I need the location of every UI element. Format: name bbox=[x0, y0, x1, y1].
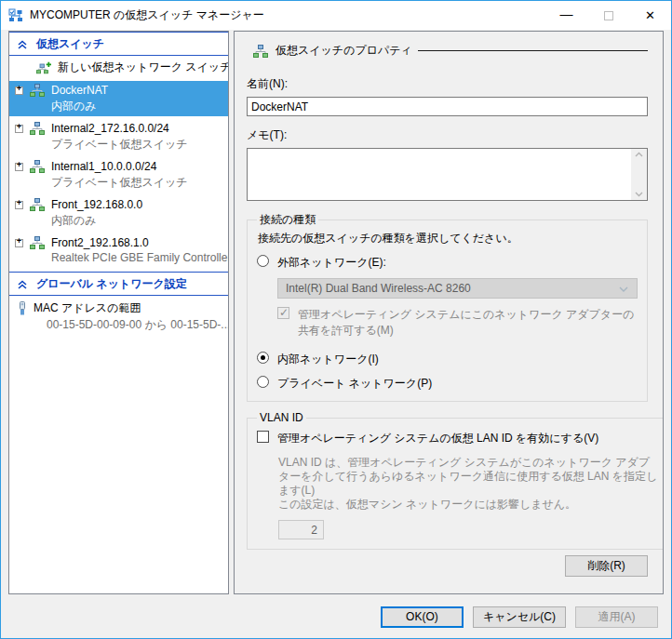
memo-label: メモ(T): bbox=[247, 127, 648, 143]
scroll-up-icon[interactable] bbox=[635, 152, 643, 157]
switch-type: プライベート仮想スイッチ bbox=[51, 176, 188, 189]
section-header-label: グローバル ネットワーク設定 bbox=[36, 276, 187, 292]
minimize-icon: — bbox=[560, 7, 573, 20]
section-header-label: 仮想スイッチ bbox=[36, 36, 104, 52]
adapter-dropdown-value: Intel(R) Dual Band Wireless-AC 8260 bbox=[286, 282, 471, 295]
switch-name: DockerNAT bbox=[51, 84, 108, 97]
maximize-button[interactable] bbox=[587, 1, 629, 30]
switch-name-input[interactable] bbox=[247, 97, 648, 116]
switch-type: 内部のみ bbox=[51, 100, 97, 113]
remove-button[interactable]: 削除(R) bbox=[565, 555, 648, 577]
external-network-label: 外部ネットワーク(E): bbox=[277, 255, 386, 271]
radio-unchecked-icon[interactable] bbox=[257, 376, 269, 388]
virtual-switch-icon bbox=[30, 84, 45, 97]
checkbox-unchecked-icon[interactable] bbox=[257, 431, 269, 443]
checkbox-checked-icon[interactable] bbox=[277, 307, 289, 319]
vlan-id-input[interactable] bbox=[278, 520, 324, 539]
properties-header-label: 仮想スイッチのプロパティ bbox=[276, 43, 412, 59]
new-switch-label: 新しい仮想ネットワーク スイッチ bbox=[58, 60, 229, 75]
remove-row: 削除(R) bbox=[247, 555, 648, 577]
ok-button[interactable]: OK(O) bbox=[381, 606, 464, 628]
radio-unchecked-icon[interactable] bbox=[257, 255, 269, 267]
vlan-description: VLAN ID は、管理オペレーティング システムがこのネットワーク アダプター… bbox=[278, 456, 658, 512]
vlan-enable-label: 管理オペレーティング システムの仮想 LAN ID を有効にする(V) bbox=[277, 431, 598, 446]
internal-network-option[interactable]: 内部ネットワーク(I) bbox=[257, 352, 638, 367]
header-rule bbox=[418, 50, 648, 51]
private-network-option[interactable]: プライベート ネットワーク(P) bbox=[257, 376, 638, 392]
scroll-down-icon[interactable] bbox=[635, 192, 643, 197]
sidebar-item-mac-range[interactable]: MAC アドレスの範囲 00-15-5D-00-09-00 から 00-15-5… bbox=[9, 299, 228, 335]
switch-type: プライベート仮想スイッチ bbox=[51, 138, 188, 151]
private-network-label: プライベート ネットワーク(P) bbox=[277, 376, 432, 392]
switch-type: 内部のみ bbox=[51, 214, 97, 227]
switch-name: Front2_192.168.1.0 bbox=[51, 236, 149, 249]
sidebar-item-switch-dockernat[interactable]: DockerNAT 内部のみ bbox=[9, 81, 228, 116]
share-adapter-label: 管理オペレーティング システムにこのネットワーク アダプターの共有を許可する(M… bbox=[298, 307, 638, 339]
section-header-global-settings: グローバル ネットワーク設定 bbox=[9, 272, 228, 296]
connection-prompt: 接続先の仮想スイッチの種類を選択してください。 bbox=[258, 231, 638, 246]
virtual-switch-manager-window: MYCOMPUTER の仮想スイッチ マネージャー — ✕ 仮想スイッチ bbox=[0, 0, 672, 639]
minimize-button[interactable]: — bbox=[545, 1, 587, 30]
expand-plus-icon[interactable] bbox=[15, 239, 23, 247]
virtual-switch-icon bbox=[30, 236, 45, 249]
mac-address-icon bbox=[18, 301, 27, 315]
expand-plus-icon[interactable] bbox=[15, 201, 23, 209]
virtual-switch-icon bbox=[30, 160, 45, 173]
close-icon: ✕ bbox=[645, 9, 655, 21]
memo-box bbox=[247, 148, 648, 201]
chevron-down-icon bbox=[619, 286, 628, 292]
memo-scrollbar[interactable] bbox=[631, 149, 647, 200]
maximize-icon bbox=[604, 11, 613, 20]
radio-checked-icon[interactable] bbox=[257, 352, 269, 364]
virtual-switch-icon bbox=[30, 122, 45, 135]
new-switch-icon bbox=[36, 61, 51, 74]
external-network-option[interactable]: 外部ネットワーク(E): bbox=[257, 255, 638, 271]
expand-plus-icon[interactable] bbox=[15, 87, 23, 95]
internal-network-label: 内部ネットワーク(I) bbox=[277, 352, 379, 367]
sidebar-item-switch-front[interactable]: Front_192.168.0.0 内部のみ bbox=[9, 195, 228, 231]
switch-type: Realtek PCIe GBE Family Controller bbox=[51, 251, 229, 264]
sidebar-item-switch-front2[interactable]: Front2_192.168.1.0 Realtek PCIe GBE Fami… bbox=[9, 233, 228, 266]
virtual-switch-icon bbox=[253, 45, 268, 58]
expand-plus-icon[interactable] bbox=[15, 125, 23, 133]
virtual-switch-icon bbox=[30, 198, 45, 211]
expand-plus-icon[interactable] bbox=[15, 163, 23, 171]
vlan-id-legend: VLAN ID bbox=[257, 411, 306, 424]
switch-name: Front_192.168.0.0 bbox=[51, 198, 142, 211]
content-area: 仮想スイッチ 新しい仮想ネットワーク スイッチ bbox=[8, 31, 664, 594]
vlan-description-line1: VLAN ID は、管理オペレーティング システムがこのネットワーク アダプター… bbox=[278, 456, 658, 498]
collapse-chevron-icon[interactable] bbox=[17, 39, 28, 50]
switch-name: Internal1_10.0.0.0/24 bbox=[51, 160, 156, 173]
sidebar-item-switch-internal1[interactable]: Internal1_10.0.0.0/24 プライベート仮想スイッチ bbox=[9, 157, 228, 193]
collapse-chevron-icon[interactable] bbox=[17, 279, 28, 290]
cancel-button[interactable]: キャンセル(C) bbox=[473, 606, 566, 628]
vlan-id-group: VLAN ID 管理オペレーティング システムの仮想 LAN ID を有効にする… bbox=[247, 411, 664, 550]
share-adapter-option[interactable]: 管理オペレーティング システムにこのネットワーク アダプターの共有を許可する(M… bbox=[277, 307, 638, 339]
adapter-dropdown[interactable]: Intel(R) Dual Band Wireless-AC 8260 bbox=[277, 278, 638, 299]
window-controls: — ✕ bbox=[545, 1, 671, 30]
window-title: MYCOMPUTER の仮想スイッチ マネージャー bbox=[30, 7, 264, 23]
sidebar-item-switch-internal2[interactable]: Internal2_172.16.0.0/24 プライベート仮想スイッチ bbox=[9, 119, 228, 154]
vlan-enable-option[interactable]: 管理オペレーティング システムの仮想 LAN ID を有効にする(V) bbox=[257, 431, 658, 446]
properties-header: 仮想スイッチのプロパティ bbox=[247, 43, 648, 59]
properties-panel: 仮想スイッチのプロパティ 名前(N): メモ(T): 接続の種類 接続先の仮想ス… bbox=[234, 31, 664, 594]
mac-range-value: 00-15-5D-00-09-00 から 00-15-5D-... bbox=[47, 318, 229, 331]
memo-textarea[interactable] bbox=[248, 149, 631, 200]
titlebar: MYCOMPUTER の仮想スイッチ マネージャー — ✕ bbox=[1, 1, 671, 30]
apply-button[interactable]: 適用(A) bbox=[575, 606, 658, 628]
dialog-footer: OK(O) キャンセル(C) 適用(A) bbox=[1, 595, 671, 638]
switch-name: Internal2_172.16.0.0/24 bbox=[51, 122, 169, 135]
sidebar-item-new-switch[interactable]: 新しい仮想ネットワーク スイッチ bbox=[9, 56, 228, 78]
name-label: 名前(N): bbox=[247, 76, 648, 92]
close-button[interactable]: ✕ bbox=[629, 1, 671, 30]
switch-tree-panel: 仮想スイッチ 新しい仮想ネットワーク スイッチ bbox=[8, 31, 229, 594]
vlan-description-line2: この設定は、仮想マシン ネットワークには影響しません。 bbox=[278, 498, 658, 512]
mac-range-label: MAC アドレスの範囲 bbox=[34, 300, 141, 316]
connection-type-group: 接続の種類 接続先の仮想スイッチの種類を選択してください。 外部ネットワーク(E… bbox=[247, 212, 648, 402]
section-header-virtual-switches: 仮想スイッチ bbox=[9, 32, 228, 56]
connection-type-legend: 接続の種類 bbox=[257, 212, 318, 228]
app-icon bbox=[8, 8, 23, 23]
